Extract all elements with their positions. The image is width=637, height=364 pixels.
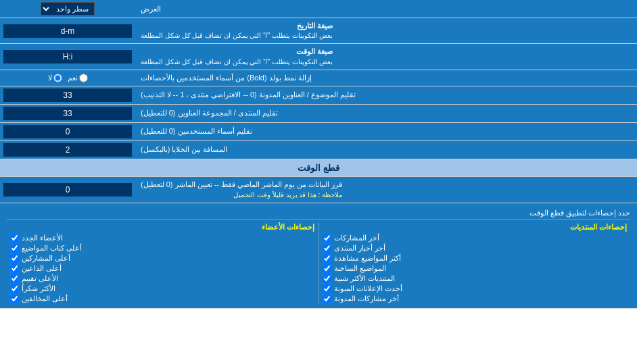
radio-yes-label[interactable]: نعم [68,74,88,82]
checkbox-col-members: إحصاءات الأعضاء الأعضاء الجدد أعلى كتاب … [7,223,318,305]
date-format-label: صيغة التاريخ بعض التكوينات يتطلب "/" الت… [135,18,637,43]
list-item: الأعلى تقييم [10,274,315,283]
header-label: العرض [135,0,637,18]
forum-topics-label: تقليم الموضوع / العناوين المدونة (0 -- ا… [135,86,637,104]
main-container: العرض سطر واحدسطرينثلاثة أسطر صيغة التار… [0,0,637,309]
cell-spacing-row: المسافة بين الخلايا (بالبكسل) [0,141,637,159]
list-item: أخر مشاركات المدونة [323,294,628,303]
bold-setting-row: إزالة نمط بولد (Bold) من أسماء المستخدمي… [0,70,637,86]
username-trim-input-cell [0,123,135,140]
cell-spacing-input[interactable] [3,143,132,157]
cutoff-input-cell [0,177,135,202]
checkbox-col2-3[interactable] [10,264,19,273]
checkbox-area-header: حدد إحصاءات لتطبيق قطع الوقت [7,207,630,220]
forum-group-label: تقليم المنتدى / المجموعة العناوين (0 للت… [135,105,637,122]
bold-no-radio[interactable] [53,74,62,82]
time-format-label: صيغة الوقت بعض التكوينات يتطلب "/" التي … [135,44,637,69]
checkbox-col1-3[interactable] [323,264,331,273]
list-item: المنتديات الأكثر شبية [323,274,628,283]
time-format-input-cell [0,44,135,69]
checkbox-col1-2[interactable] [323,254,331,263]
list-item: أعلى المخالفين [10,294,315,303]
col-divider [318,223,319,305]
header-select-cell: سطر واحدسطرينثلاثة أسطر [0,0,135,18]
list-item: أخر المشاركات [323,234,628,242]
forum-topics-row: تقليم الموضوع / العناوين المدونة (0 -- ا… [0,86,637,105]
cutoff-row: فرز البيانات من يوم الماشر الماضي فقط --… [0,177,637,203]
checkbox-col2-0[interactable] [10,234,19,242]
cell-spacing-input-cell [0,141,135,159]
col2-header: إحصاءات الأعضاء [10,223,315,232]
date-format-input-cell [0,18,135,43]
checkbox-col2-2[interactable] [10,254,19,263]
checkbox-area: حدد إحصاءات لتطبيق قطع الوقت إحصاءات الم… [0,203,637,309]
list-item: أكثر المواضيع مشاهدة [323,254,628,263]
cutoff-input[interactable] [3,183,132,197]
checkbox-col1-5[interactable] [323,284,331,293]
checkbox-col1-6[interactable] [323,294,331,303]
checkbox-col2-5[interactable] [10,284,19,293]
forum-group-row: تقليم المنتدى / المجموعة العناوين (0 للت… [0,105,637,123]
forum-topics-input[interactable] [3,88,132,102]
time-format-input[interactable] [3,50,132,63]
checkbox-col1-1[interactable] [323,244,331,253]
list-item: أحدث الإعلانات المبونة [323,284,628,293]
list-item: المواضيع الساخنة [323,264,628,273]
cutoff-label: فرز البيانات من يوم الماشر الماضي فقط --… [135,177,637,202]
list-item: الأكثر شكراً [10,284,315,293]
checkbox-col2-6[interactable] [10,294,19,303]
col1-header: إحصاءات المنتديات [323,223,628,232]
time-format-row: صيغة الوقت بعض التكوينات يتطلب "/" التي … [0,44,637,70]
checkbox-col1-4[interactable] [323,274,331,283]
list-item: أعلى المشاركين [10,254,315,263]
checkbox-col2-4[interactable] [10,274,19,283]
forum-group-input[interactable] [3,107,132,120]
username-trim-input[interactable] [3,125,132,138]
forum-topics-input-cell [0,86,135,104]
list-item: أعلى كتاب المواضيع [10,244,315,253]
checkbox-columns: إحصاءات المنتديات أخر المشاركات أخر أخبا… [7,223,630,305]
username-trim-label: تقليم أسماء المستخدمين (0 للتعطيل) [135,123,637,140]
list-item: أخر أخبار المنتدى [323,244,628,253]
list-item: الأعضاء الجدد [10,234,315,242]
radio-no-label[interactable]: لا [48,74,62,82]
date-format-input[interactable] [3,24,132,38]
username-trim-row: تقليم أسماء المستخدمين (0 للتعطيل) [0,123,637,141]
forum-group-input-cell [0,105,135,122]
checkbox-col2-1[interactable] [10,244,19,253]
date-format-row: صيغة التاريخ بعض التكوينات يتطلب "/" الت… [0,18,637,44]
header-row: العرض سطر واحدسطرينثلاثة أسطر [0,0,637,18]
bold-setting-label: إزالة نمط بولد (Bold) من أسماء المستخدمي… [135,70,637,86]
display-mode-select[interactable]: سطر واحدسطرينثلاثة أسطر [41,2,95,16]
checkbox-col1-0[interactable] [323,234,331,242]
checkbox-col-forum: إحصاءات المنتديات أخر المشاركات أخر أخبا… [319,223,631,305]
list-item: أعلى الداعين [10,264,315,273]
cutoff-section-header: قطع الوقت [0,159,637,177]
bold-setting-radio-cell: نعم لا [0,70,135,86]
cell-spacing-label: المسافة بين الخلايا (بالبكسل) [135,141,637,159]
bold-yes-radio[interactable] [79,74,88,82]
